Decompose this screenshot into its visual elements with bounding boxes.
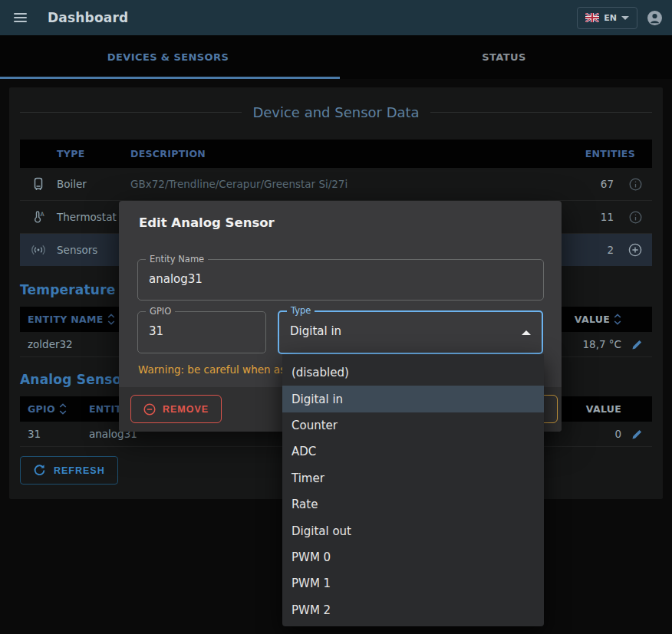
sensor-entity-name: zolder32 <box>20 338 73 350</box>
divider <box>20 112 242 113</box>
sensor-gpio: 31 <box>20 428 89 440</box>
remove-circle-icon <box>143 403 156 416</box>
gpio-field[interactable]: GPIO 31 <box>137 311 266 353</box>
active-tab-indicator <box>0 77 340 79</box>
col-entity-name[interactable]: ENTITY NAME <box>20 314 115 325</box>
chevron-down-icon <box>621 16 629 20</box>
dropdown-option-adc[interactable]: ADC <box>282 439 544 465</box>
tab-devices-sensors[interactable]: DEVICES & SENSORS <box>0 35 336 79</box>
tab-status[interactable]: STATUS <box>336 35 672 79</box>
gpio-label: GPIO <box>146 306 175 317</box>
dropdown-option-pwm0[interactable]: PWM 0 <box>282 544 544 570</box>
dropdown-option-rate[interactable]: Rate <box>282 491 544 517</box>
type-value: Digital in <box>290 324 341 338</box>
top-bar: Dashboard EN <box>0 0 672 35</box>
entity-name-label: Entity Name <box>146 254 208 264</box>
type-select[interactable]: Type Digital in <box>278 310 543 354</box>
boiler-icon <box>20 177 57 192</box>
info-icon[interactable] <box>618 178 652 191</box>
device-entities-count: 11 <box>552 211 618 223</box>
chevron-up-icon <box>522 330 531 335</box>
dropdown-option-pwm2[interactable]: PWM 2 <box>282 597 544 623</box>
divider <box>430 112 652 113</box>
language-label: EN <box>604 13 617 23</box>
entity-name-value: analog31 <box>149 272 203 286</box>
sort-icon <box>59 403 67 415</box>
dropdown-option-timer[interactable]: Timer <box>282 465 544 491</box>
user-avatar-icon[interactable] <box>647 10 663 26</box>
refresh-icon <box>33 464 46 477</box>
warning-text: Warning: be careful when assig <box>138 363 301 376</box>
device-description: GBx72/Trendline/Cerapur/Greenstar Si/27i <box>130 178 552 190</box>
dialog-title: Edit Analog Sensor <box>139 215 275 230</box>
section-title: Device and Sensor Data <box>252 104 419 120</box>
sensors-icon <box>20 244 57 256</box>
device-type: Boiler <box>57 178 130 190</box>
edit-pencil-icon[interactable] <box>621 429 652 440</box>
col-description: DESCRIPTION <box>130 148 552 159</box>
col-gpio[interactable]: GPIO <box>20 403 89 415</box>
page-title: Dashboard <box>48 10 128 25</box>
remove-button[interactable]: REMOVE <box>130 395 222 423</box>
col-entities: ENTITIES <box>552 148 652 159</box>
table-row-boiler[interactable]: Boiler GBx72/Trendline/Cerapur/Greenstar… <box>20 168 652 200</box>
type-label: Type <box>287 305 315 316</box>
gpio-value: 31 <box>149 324 163 338</box>
type-dropdown-menu: (disabled) Digital in Counter ADC Timer … <box>282 354 544 626</box>
info-icon[interactable] <box>618 211 652 224</box>
thermostat-icon: A <box>20 210 57 225</box>
device-entities-count: 2 <box>552 244 618 256</box>
sort-icon <box>107 314 115 325</box>
svg-text:A: A <box>40 210 44 217</box>
refresh-button[interactable]: REFRESH <box>20 456 118 485</box>
dropdown-option-digital-out[interactable]: Digital out <box>282 517 544 544</box>
app-window: Dashboard EN <box>0 0 672 634</box>
dropdown-option-pwm1[interactable]: PWM 1 <box>282 570 544 596</box>
language-selector[interactable]: EN <box>577 7 637 29</box>
dropdown-option-disabled[interactable]: (disabled) <box>282 360 544 386</box>
menu-icon[interactable] <box>14 11 27 25</box>
edit-pencil-icon[interactable] <box>621 339 652 350</box>
dropdown-option-digital-in[interactable]: Digital in <box>282 386 544 412</box>
uk-flag-icon <box>585 13 599 22</box>
tab-bar: DEVICES & SENSORS STATUS <box>0 35 672 79</box>
devices-table-header: TYPE DESCRIPTION ENTITIES <box>20 140 652 168</box>
dropdown-option-counter[interactable]: Counter <box>282 412 544 439</box>
col-type: TYPE <box>57 148 130 159</box>
add-circle-icon[interactable] <box>618 243 652 257</box>
entity-name-field[interactable]: Entity Name analog31 <box>137 259 544 301</box>
sort-icon <box>614 314 621 325</box>
device-entities-count: 67 <box>552 178 618 190</box>
